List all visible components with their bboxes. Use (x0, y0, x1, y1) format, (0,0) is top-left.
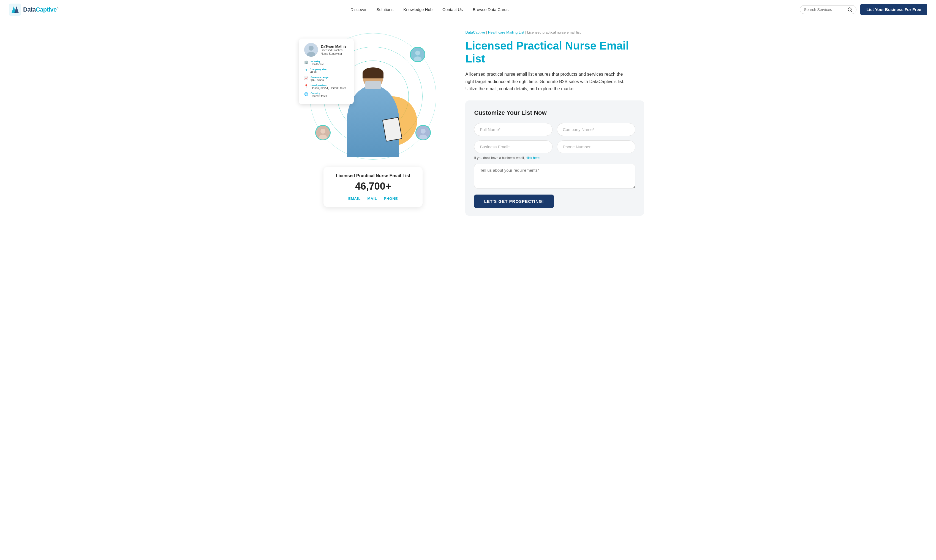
nav-solutions[interactable]: Solutions (376, 7, 393, 12)
profile-details: 🏢 Industry Healthcare 🗒 Company size 700… (304, 60, 348, 98)
industry-label: Industry (311, 60, 324, 63)
form-title: Customize Your List Now (474, 109, 635, 116)
list-business-button[interactable]: List Your Business For Free (860, 4, 927, 15)
requirements-textarea[interactable] (474, 164, 635, 189)
svg-point-9 (415, 51, 420, 55)
phone-input[interactable] (557, 140, 635, 153)
stats-title: Licensed Practical Nurse Email List (332, 173, 414, 178)
full-name-input[interactable] (474, 123, 553, 136)
stats-badges: EMAIL MAIL PHONE (332, 197, 414, 201)
floating-avatar-bottom-left (315, 125, 331, 140)
submit-button[interactable]: LET'S GET PROSPECTING! (474, 195, 554, 208)
headquarters-value: Florida, 32751, United States (311, 87, 346, 90)
profile-row-headquarters: 📍 Headquarters Florida, 32751, United St… (304, 84, 348, 90)
nav-links: Discover Solutions Knowledge Hub Contact… (351, 7, 508, 12)
breadcrumb-sep-2: | (525, 30, 527, 34)
floating-avatar-bottom-right (416, 125, 431, 140)
svg-point-15 (421, 129, 426, 134)
revenue-value: $0-5 billion (311, 79, 328, 82)
profile-row-revenue: 📈 Revenue range $0-5 billion (304, 76, 348, 82)
headquarters-icon: 📍 (304, 84, 308, 88)
breadcrumb-current: Licensed practical nurse email list (527, 30, 580, 34)
stats-number: 46,700+ (332, 180, 414, 192)
country-value: United States (311, 95, 327, 98)
country-icon: 🌐 (304, 92, 308, 96)
right-panel: DataCaptive | Healthcare Mailing List | … (465, 30, 644, 216)
country-label: Country (311, 92, 327, 95)
avatar-icon (304, 43, 318, 57)
company-size-icon: 🗒 (304, 68, 308, 72)
floating-avatar-top-right (410, 47, 425, 62)
profile-row-company-size: 🗒 Company size 7000+ (304, 68, 348, 74)
badge-phone[interactable]: PHONE (384, 197, 398, 201)
left-hero: DaTwan Mathis Licensed Practical Nurse S… (292, 30, 454, 207)
svg-line-4 (851, 11, 852, 11)
form-row-1 (474, 123, 635, 136)
search-input[interactable] (804, 8, 845, 12)
profile-card: DaTwan Mathis Licensed Practical Nurse S… (299, 38, 354, 104)
avatar-icon-3 (316, 126, 330, 140)
profile-name: DaTwan Mathis (321, 44, 348, 48)
form-row-2 (474, 140, 635, 153)
business-email-input[interactable] (474, 140, 553, 153)
company-name-input[interactable] (557, 123, 635, 136)
avatar-icon-2 (411, 48, 425, 62)
industry-value: Healthcare (311, 63, 324, 66)
badge-email[interactable]: EMAIL (348, 197, 361, 201)
avatar-icon-4 (416, 126, 430, 140)
logo[interactable]: DataCaptive™ (9, 3, 59, 16)
breadcrumb-link-healthcare[interactable]: Healthcare Mailing List (488, 30, 525, 34)
profile-row-industry: 🏢 Industry Healthcare (304, 60, 348, 66)
revenue-icon: 📈 (304, 76, 308, 80)
search-button[interactable] (847, 7, 852, 12)
main-content: DaTwan Mathis Licensed Practical Nurse S… (275, 19, 661, 232)
nav-discover[interactable]: Discover (351, 7, 366, 12)
logo-icon (9, 3, 21, 16)
navbar: DataCaptive™ Discover Solutions Knowledg… (0, 0, 936, 19)
click-here-link[interactable]: click here (526, 156, 540, 160)
breadcrumb: DataCaptive | Healthcare Mailing List | … (465, 30, 644, 34)
page-title: Licensed Practical Nurse Email List (465, 39, 644, 65)
form-card: Customize Your List Now If you don't hav… (465, 100, 644, 216)
svg-point-12 (320, 129, 325, 134)
company-size-label: Company size (310, 68, 326, 71)
company-size-value: 7000+ (310, 71, 326, 74)
industry-icon: 🏢 (304, 60, 308, 64)
search-icon (847, 7, 852, 12)
search-bar[interactable] (800, 5, 856, 14)
revenue-label: Revenue range (311, 76, 328, 79)
profile-row-country: 🌐 Country United States (304, 92, 348, 98)
nav-knowledge-hub[interactable]: Knowledge Hub (403, 7, 433, 12)
hero-circle: DaTwan Mathis Licensed Practical Nurse S… (307, 30, 439, 162)
stats-card: Licensed Practical Nurse Email List 46,7… (323, 167, 423, 207)
breadcrumb-sep-1: | (486, 30, 488, 34)
logo-text: DataCaptive™ (23, 6, 59, 13)
page-description: A licensed practical nurse email list en… (465, 71, 625, 92)
nav-right: List Your Business For Free (800, 4, 927, 15)
svg-point-6 (309, 46, 314, 51)
email-hint: If you don't have a business email, clic… (474, 156, 635, 160)
nav-browse-data-cards[interactable]: Browse Data Cards (473, 7, 508, 12)
headquarters-label: Headquarters (311, 84, 346, 87)
profile-title: Licensed Practical Nurse Supervisor (321, 48, 348, 55)
profile-avatar (304, 43, 318, 57)
badge-mail[interactable]: MAIL (367, 197, 377, 201)
nav-contact-us[interactable]: Contact Us (442, 7, 463, 12)
breadcrumb-link-datacaptive[interactable]: DataCaptive (465, 30, 485, 34)
